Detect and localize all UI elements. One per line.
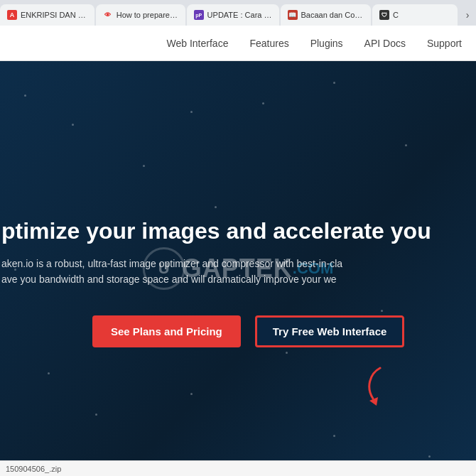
particle (190, 393, 193, 395)
particle (262, 102, 264, 104)
tab-howto[interactable]: 👁 How to prepare a si... (96, 4, 185, 26)
tab-label-1: ENKRIPSI DAN DES... (21, 11, 87, 19)
tab-favicon-3: pP (194, 10, 204, 20)
particle (72, 124, 74, 126)
hero-description: aken.io is a robust, ultra-fast image op… (0, 256, 440, 288)
particle (48, 372, 50, 374)
arrow-annotation (362, 367, 398, 412)
nav-api-docs[interactable]: API Docs (364, 38, 406, 49)
tab-favicon-2: 👁 (103, 10, 113, 20)
see-plans-button[interactable]: See Plans and Pricing (92, 315, 241, 347)
particle (190, 111, 193, 113)
tab-enkripsi[interactable]: A ENKRIPSI DAN DES... (0, 4, 94, 26)
particle (143, 165, 145, 167)
tab-label-5: C (393, 11, 399, 19)
tab-favicon-4: 📖 (288, 10, 298, 20)
red-arrow-icon (362, 367, 398, 409)
particle (405, 144, 407, 146)
tab-label-4: Bacaan dan Contoh... (301, 11, 364, 19)
navigation-bar: Web Interface Features Plugins API Docs … (0, 26, 476, 61)
tab-label-2: How to prepare a si... (117, 11, 178, 19)
hero-section: U GAPTEK .COM ptimize your images and ac… (0, 61, 476, 476)
particle (333, 82, 335, 84)
nav-features[interactable]: Features (249, 38, 288, 49)
particle (286, 352, 288, 354)
hero-headline: ptimize your images and accelerate you (0, 175, 476, 244)
nav-web-interface[interactable]: Web Interface (167, 38, 229, 49)
particle (333, 435, 335, 437)
hero-buttons-row: See Plans and Pricing Try Free Web Inter… (0, 315, 476, 347)
try-free-button[interactable]: Try Free Web Interface (255, 315, 405, 347)
tab-c[interactable]: 🛡 C (372, 4, 458, 26)
tab-bacaan[interactable]: 📖 Bacaan dan Contoh... (281, 4, 372, 26)
particle (95, 413, 97, 416)
nav-plugins[interactable]: Plugins (310, 38, 343, 49)
particle (381, 310, 383, 312)
tab-favicon-5: 🛡 (379, 10, 389, 20)
nav-support[interactable]: Support (427, 38, 462, 49)
browser-tab-bar: A ENKRIPSI DAN DES... 👁 How to prepare a… (0, 0, 476, 26)
tab-update[interactable]: pP UPDATE : Cara Daft... (187, 4, 279, 26)
particle (428, 455, 431, 458)
particle (24, 94, 26, 97)
status-filename: 150904506_.zip (6, 465, 61, 473)
tab-favicon-1: A (7, 10, 17, 20)
tab-label-3: UPDATE : Cara Daft... (207, 11, 272, 19)
more-tabs-button[interactable]: › (459, 4, 476, 26)
browser-status-bar: 150904506_.zip (0, 460, 476, 476)
